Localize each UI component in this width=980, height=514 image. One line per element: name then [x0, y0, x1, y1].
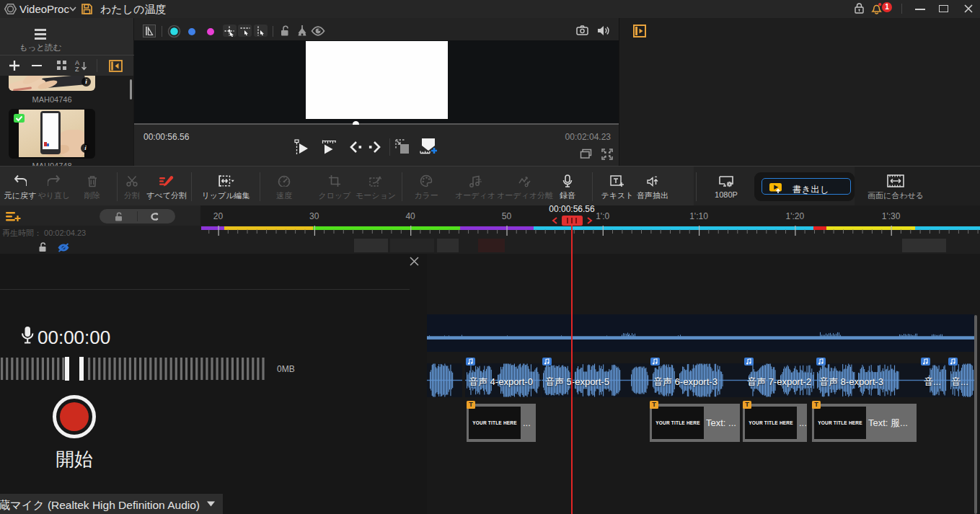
svg-text:Z: Z	[75, 66, 79, 72]
